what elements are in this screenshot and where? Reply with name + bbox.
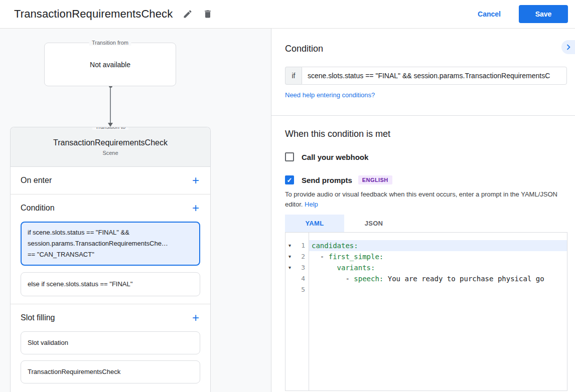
panel-divider xyxy=(271,115,575,116)
condition-expression-input[interactable] xyxy=(302,67,567,85)
prompt-help-link[interactable]: Help xyxy=(305,201,318,208)
on-enter-section-row: On enter + xyxy=(11,167,210,194)
code-line: - first_simple: xyxy=(309,251,567,262)
condition-detail-panel: Condition if Need help entering conditio… xyxy=(271,29,575,392)
tab-yaml[interactable]: YAML xyxy=(285,215,344,232)
fold-arrow-icon[interactable]: ▾ xyxy=(285,240,294,251)
tab-json[interactable]: JSON xyxy=(344,215,403,232)
add-condition-button[interactable]: + xyxy=(191,202,200,214)
line-number: 5 xyxy=(294,284,309,295)
add-on-enter-button[interactable]: + xyxy=(191,174,200,186)
editor-gutter: ▾ 1 ▾ 2 ▾ 3 ▾ 4 xyxy=(285,233,309,390)
transition-from-value: Not available xyxy=(90,61,130,69)
send-prompts-checkbox[interactable]: ✓ xyxy=(285,175,294,184)
code-token: candidates: xyxy=(312,242,358,250)
condition-item-selected[interactable]: if scene.slots.status == "FINAL" && sess… xyxy=(21,222,200,266)
on-enter-label: On enter xyxy=(21,176,52,185)
slot-filling-label: Slot filling xyxy=(21,313,55,322)
condition-item-line: if scene.slots.status == "FINAL" && xyxy=(28,227,193,238)
connector-arrowhead-icon xyxy=(108,123,113,127)
transition-connector xyxy=(107,86,114,127)
code-line: candidates: xyxy=(309,240,567,251)
conditions-help-link[interactable]: Need help entering conditions? xyxy=(285,91,375,99)
edit-title-button[interactable] xyxy=(178,4,198,24)
save-button[interactable]: Save xyxy=(519,5,568,23)
gutter-row: ▾ 3 xyxy=(285,262,309,273)
slot-item-validation[interactable]: Slot validation xyxy=(21,331,200,354)
language-badge: ENGLISH xyxy=(358,175,392,184)
code-line xyxy=(309,284,567,295)
scene-graph-canvas: Transition from Not available Transition… xyxy=(0,29,271,392)
checkmark-icon: ✓ xyxy=(287,176,293,184)
gutter-row: ▾ 4 xyxy=(285,273,309,284)
code-token: You are ready to purchase physical go xyxy=(383,275,544,283)
scene-name: TransactionRequirementsCheck xyxy=(53,138,168,147)
condition-item-line: else if scene.slots.status == "FINAL" xyxy=(28,279,193,290)
fold-arrow-icon[interactable]: ▾ xyxy=(285,251,294,262)
trash-icon xyxy=(203,9,213,19)
condition-section-label: Condition xyxy=(21,204,55,213)
webhook-label: Call your webhook xyxy=(302,153,368,161)
prompt-help-text: To provide audio or visual feedback when… xyxy=(285,189,568,210)
gutter-row: ▾ 1 xyxy=(285,240,309,251)
when-met-heading: When this condition is met xyxy=(285,129,575,139)
editor-tabs: YAML JSON xyxy=(285,215,575,232)
webhook-checkbox[interactable] xyxy=(285,152,294,161)
line-number: 2 xyxy=(294,251,309,262)
add-slot-button[interactable]: + xyxy=(191,312,200,324)
code-token: - xyxy=(312,275,354,283)
condition-panel-heading: Condition xyxy=(285,44,575,54)
collapse-panel-button[interactable] xyxy=(561,40,575,54)
if-label-chip: if xyxy=(285,67,302,85)
transition-to-label: Transition to xyxy=(92,127,128,130)
send-prompts-row: ✓ Send prompts ENGLISH xyxy=(285,175,575,184)
code-token: - xyxy=(312,253,329,261)
pencil-icon xyxy=(183,9,193,19)
code-token: first_simple: xyxy=(329,253,384,261)
chevron-right-icon xyxy=(563,42,574,53)
code-line: variants: xyxy=(309,262,567,273)
gutter-row: ▾ 5 xyxy=(285,284,309,295)
condition-item-line: session.params.TransactionRequirementsCh… xyxy=(28,238,193,249)
fold-arrow-icon[interactable]: ▾ xyxy=(285,262,294,273)
transition-to-card: Transition to TransactionRequirementsChe… xyxy=(10,127,211,392)
page-title: TransactionRequirementsCheck xyxy=(14,8,173,21)
scene-editor-page: TransactionRequirementsCheck Cancel Save… xyxy=(0,0,575,392)
condition-section-row: Condition + xyxy=(11,194,210,222)
condition-input-row: if xyxy=(285,67,567,85)
line-number: 1 xyxy=(294,240,309,251)
transition-from-node: Transition from Not available xyxy=(44,43,176,86)
code-token: speech: xyxy=(354,275,383,283)
webhook-row: Call your webhook xyxy=(285,152,575,161)
line-number: 4 xyxy=(294,273,309,284)
slot-item-transaction-check[interactable]: TransactionRequirementsCheck xyxy=(21,360,200,383)
code-token xyxy=(312,264,337,272)
content-area: Transition from Not available Transition… xyxy=(0,29,575,392)
delete-scene-button[interactable] xyxy=(198,4,218,24)
transition-from-label: Transition from xyxy=(89,40,131,46)
yaml-code-editor: ▾ 1 ▾ 2 ▾ 3 ▾ 4 xyxy=(285,232,567,391)
prompt-help-body: To provide audio or visual feedback when… xyxy=(285,190,557,208)
gutter-row: ▾ 2 xyxy=(285,251,309,262)
code-token: variants: xyxy=(337,264,375,272)
top-bar: TransactionRequirementsCheck Cancel Save xyxy=(0,0,575,29)
code-line: - speech: You are ready to purchase phys… xyxy=(309,273,567,284)
line-number: 3 xyxy=(294,262,309,273)
cancel-button[interactable]: Cancel xyxy=(478,10,501,18)
editor-code-area[interactable]: candidates: - first_simple: variants: - … xyxy=(309,233,567,390)
condition-item-line: == "CAN_TRANSACT" xyxy=(28,249,193,260)
scene-type: Scene xyxy=(102,150,118,156)
connector-line xyxy=(110,88,111,123)
slot-filling-section-row: Slot filling + xyxy=(11,304,210,331)
send-prompts-label: Send prompts xyxy=(302,176,352,184)
condition-item[interactable]: else if scene.slots.status == "FINAL" xyxy=(21,272,200,296)
scene-card-header[interactable]: TransactionRequirementsCheck Scene xyxy=(11,127,210,167)
